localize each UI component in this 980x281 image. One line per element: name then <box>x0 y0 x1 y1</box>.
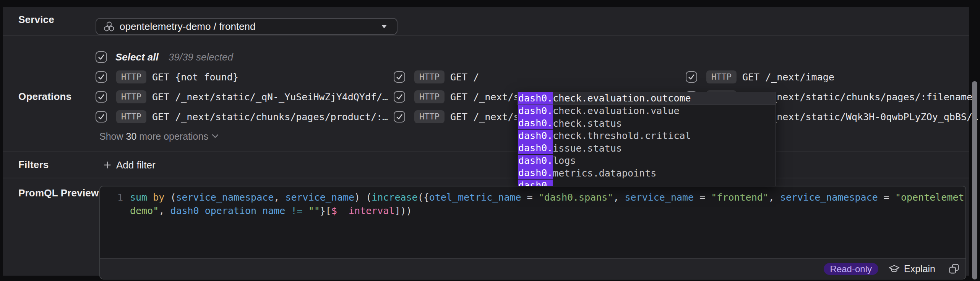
checkmark-icon <box>395 73 404 81</box>
operation-item[interactable]: HTTPGET /_next/static/chunks/pages/produ… <box>96 107 394 127</box>
autocomplete-option-label: check.evaluation.value <box>553 105 679 116</box>
checkmark-icon <box>395 93 404 101</box>
promql-code-area: 1 sum by (service_namespace, service_nam… <box>100 186 965 258</box>
autocomplete-option[interactable]: dash0.issue.status <box>517 142 776 155</box>
autocomplete-option[interactable]: dash0. <box>517 180 776 187</box>
http-badge: HTTP <box>116 70 146 83</box>
show-more-count: 30 <box>126 131 136 142</box>
attribute-autocomplete-dropdown: dash0.check.evaluation.outcomedash0.chec… <box>517 92 776 186</box>
code-line-1: 1 sum by (service_namespace, service_nam… <box>100 191 965 204</box>
autocomplete-option[interactable]: dash0.check.evaluation.value <box>517 105 776 118</box>
chevron-down-icon <box>212 134 219 139</box>
editor-footer: Read-only Explain <box>100 258 965 279</box>
match-highlight: dash0. <box>518 117 553 129</box>
operation-label: GET {not found} <box>152 72 239 83</box>
operation-checkbox[interactable] <box>686 71 697 83</box>
show-more-operations-button[interactable]: Show 30 more operations <box>99 130 219 142</box>
autocomplete-option-label: metrics.datapoints <box>553 168 656 179</box>
explain-label: Explain <box>904 263 935 274</box>
http-badge: HTTP <box>706 70 737 83</box>
service-hexagons-icon <box>103 21 115 32</box>
match-highlight: dash0. <box>518 142 553 154</box>
autocomplete-option[interactable]: dash0.logs <box>517 155 776 167</box>
divider <box>3 151 969 152</box>
operation-checkbox[interactable] <box>394 111 405 123</box>
promql-editor[interactable]: 1 sum by (service_namespace, service_nam… <box>99 186 966 279</box>
http-badge: HTTP <box>414 110 445 123</box>
add-filter-button[interactable]: Add filter <box>104 158 156 172</box>
service-section-label: Service <box>18 14 54 26</box>
page-scrollbar[interactable] <box>972 0 978 281</box>
checkmark-icon <box>395 113 404 121</box>
explain-button[interactable]: Explain <box>889 263 935 274</box>
checkmark-icon <box>97 73 105 81</box>
checkmark-icon <box>97 53 105 61</box>
operation-checkbox[interactable] <box>96 111 107 123</box>
service-select-value: opentelemetry-demo / frontend <box>120 21 381 33</box>
http-badge: HTTP <box>116 90 146 103</box>
scrollbar-thumb[interactable] <box>972 81 977 279</box>
checkmark-icon <box>97 93 105 101</box>
promql-section-label: PromQL Preview <box>18 187 99 199</box>
query-builder-screen: Service opentelemetry-demo / frontend Op… <box>0 0 980 281</box>
show-more-suffix: more operations <box>136 131 208 142</box>
autocomplete-option[interactable]: dash0.check.evaluation.outcome <box>517 92 776 105</box>
http-badge: HTTP <box>414 90 445 103</box>
select-all-row: Select all 39/39 selected <box>96 51 233 64</box>
match-highlight: dash0. <box>518 167 553 179</box>
operation-checkbox[interactable] <box>96 71 107 83</box>
operation-label: GET /_next/static/_qN-_YuSeiHwZjY4dQYdf/… <box>152 91 388 103</box>
copy-button[interactable] <box>949 263 959 274</box>
checkmark-icon <box>687 73 696 81</box>
autocomplete-option-label: issue.status <box>553 143 622 154</box>
operations-section-label: Operations <box>18 91 71 103</box>
operation-item[interactable]: HTTPGET /_next/image <box>686 67 980 87</box>
main-panel: Service opentelemetry-demo / frontend Op… <box>3 7 969 276</box>
add-filter-label: Add filter <box>116 159 156 171</box>
code-line-2: demo", dash0_operation_name != ""}[$__in… <box>100 204 965 217</box>
filters-section-label: Filters <box>18 159 49 171</box>
match-highlight: dash0. <box>518 130 553 142</box>
operation-label: GET /_next/static/chunks/pages/product/:… <box>152 111 388 123</box>
divider <box>3 35 969 36</box>
match-highlight: dash0. <box>518 92 553 105</box>
divider <box>3 178 969 178</box>
selected-count: 39/39 selected <box>169 51 233 63</box>
select-all-checkbox[interactable] <box>96 51 107 63</box>
plus-icon <box>104 161 111 169</box>
checkmark-icon <box>97 113 105 121</box>
match-highlight: dash0. <box>518 155 553 167</box>
operation-item[interactable]: HTTPGET / <box>394 67 686 87</box>
http-badge: HTTP <box>414 70 445 83</box>
operation-label: GET /_next/image <box>742 72 834 83</box>
operation-label: GET /_next/static/chunks/pages/:filename <box>742 91 972 103</box>
chevron-down-icon <box>381 25 387 28</box>
readonly-badge: Read-only <box>824 263 878 275</box>
operation-label: GET / <box>450 72 479 83</box>
operation-checkbox[interactable] <box>394 91 405 103</box>
match-highlight: dash0. <box>518 105 553 117</box>
operation-item[interactable]: HTTPGET {not found} <box>96 67 394 87</box>
autocomplete-option[interactable]: dash0.check.status <box>517 117 776 130</box>
operation-checkbox[interactable] <box>96 91 107 103</box>
line-number: 1 <box>100 191 123 204</box>
operation-checkbox[interactable] <box>394 71 405 83</box>
autocomplete-option[interactable]: dash0.metrics.datapoints <box>517 167 776 180</box>
http-badge: HTTP <box>116 110 146 123</box>
select-all-label: Select all <box>115 51 159 63</box>
autocomplete-option-label: logs <box>553 155 576 166</box>
match-highlight: dash0. <box>518 180 553 186</box>
service-select[interactable]: opentelemetry-demo / frontend <box>96 18 398 35</box>
show-more-prefix: Show <box>99 131 126 142</box>
copy-icon <box>949 263 959 274</box>
graduation-cap-icon <box>889 264 900 273</box>
operation-label: GET /_next/static/Wqk3H-0qwbPLyZOy_qbBS/… <box>742 111 978 123</box>
operation-item[interactable]: HTTPGET /_next/static/_qN-_YuSeiHwZjY4dQ… <box>96 87 394 107</box>
autocomplete-option-label: check.threshold.critical <box>553 130 691 141</box>
operation-label: GET /_next/st <box>450 111 525 123</box>
autocomplete-option[interactable]: dash0.check.threshold.critical <box>517 130 776 142</box>
autocomplete-option-label: check.status <box>553 118 622 129</box>
autocomplete-option-label: check.evaluation.outcome <box>553 93 691 104</box>
